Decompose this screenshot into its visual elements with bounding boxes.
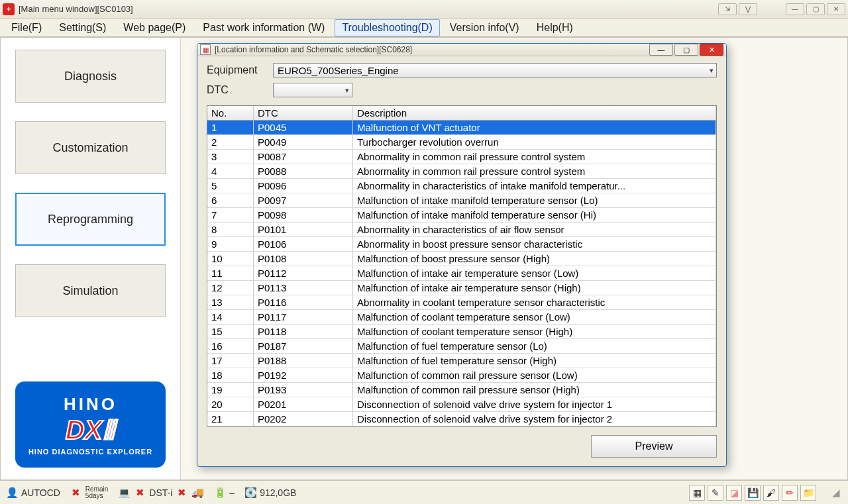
table-row[interactable]: 18P0192Malfunction of common rail pressu… [207,368,716,383]
cell-dtc: P0096 [254,179,353,193]
dst-text: DST-i [149,487,172,498]
window-titlebar: + [Main menu window][SC0103] ⇲ ⋁ — ▢ ✕ [0,0,848,19]
tool-brushes-icon[interactable]: 🖌 [763,485,779,501]
cell-desc: Turbocharger revolution overrun [353,135,716,149]
table-row[interactable]: 16P0187Malfunction of fuel temperature s… [207,339,716,354]
table-row[interactable]: 17P0188Malfunction of fuel temperature s… [207,354,716,368]
cell-desc: Abnormality in common rail pressure cont… [353,150,716,164]
cell-desc: Disconnection of solenoid valve drive sy… [353,412,716,426]
cell-desc: Malfunction of intake air temperature se… [353,281,716,295]
dialog-titlebar: ▦ [Location information and Schematic se… [197,44,726,56]
tool-eraser-icon[interactable]: ◪ [726,485,742,501]
equipment-combo[interactable]: EURO5_700Series_Engine [273,63,717,77]
cell-no: 4 [207,164,254,178]
table-row[interactable]: 11P0112Malfunction of intake air tempera… [207,266,716,281]
table-row[interactable]: 2P0049Turbocharger revolution overrun [207,135,716,150]
cell-no: 1 [207,121,254,134]
cell-no: 10 [207,252,254,266]
cell-no: 7 [207,208,254,222]
table-row[interactable]: 9P0106Abnormality in boost pressure sens… [207,237,716,252]
dialog-close-button[interactable]: ✕ [700,44,723,56]
cell-desc: Abnormality in common rail pressure cont… [353,164,716,178]
col-dtc[interactable]: DTC [254,106,353,120]
menu-helph[interactable]: Help(H) [529,19,580,36]
cell-no: 13 [207,295,254,309]
cell-dtc: P0045 [254,121,353,134]
table-row[interactable]: 10P0108Malfunction of boost pressure sen… [207,252,716,266]
cell-no: 16 [207,339,254,353]
tool-save-icon[interactable]: 💾 [745,485,761,501]
sidebar-button-simulation[interactable]: Simulation [15,264,166,317]
cell-dtc: P0202 [254,412,353,426]
tool-pencil-icon[interactable]: ✎ [708,485,723,501]
laptop-icon: 💻 [117,486,131,499]
sep: – [229,487,235,498]
app-icon: + [3,3,15,15]
table-row[interactable]: 6P0097Malfunction of intake manifold tem… [207,193,716,208]
table-row[interactable]: 1P0045Malfunction of VNT actuator [207,121,716,135]
menu-filef[interactable]: File(F) [4,19,49,36]
resize-grip-icon[interactable]: ◢ [829,486,843,499]
menu-webpagep[interactable]: Web page(P) [116,19,193,36]
tool-folder-icon[interactable]: 📁 [800,485,816,501]
cell-desc: Malfunction of fuel temperature sensor (… [353,339,716,353]
menu-settings[interactable]: Setting(S) [52,19,113,36]
sidebar-button-reprogramming[interactable]: Reprogramming [15,193,166,246]
table-row[interactable]: 14P0117Malfunction of coolant temperatur… [207,310,716,325]
tool-grid-icon[interactable]: ▦ [689,485,705,501]
cell-desc: Malfunction of intake air temperature se… [353,266,716,280]
expand-icon[interactable]: ⋁ [739,3,757,15]
dialog-maximize-button[interactable]: ▢ [674,44,698,56]
table-row[interactable]: 3P0087Abnormality in common rail pressur… [207,150,716,164]
disk-text: 912,0GB [260,487,296,498]
col-desc[interactable]: Description [353,106,716,120]
table-row[interactable]: 5P0096Abnormality in characteristics of … [207,179,716,193]
tool-edit-icon[interactable]: ✏ [782,485,798,501]
table-row[interactable]: 7P0098Malfunction of intake manifold tem… [207,208,716,223]
maximize-button[interactable]: ▢ [806,3,825,15]
cell-dtc: P0106 [254,237,353,251]
close-button[interactable]: ✕ [827,3,845,15]
table-row[interactable]: 15P0118Malfunction of coolant temperatur… [207,325,716,339]
cell-desc: Malfunction of coolant temperature senso… [353,325,716,338]
table-row[interactable]: 13P0116Abnormality in coolant temperatur… [207,295,716,310]
disk-icon: 💽 [244,486,257,499]
cell-desc: Malfunction of boost pressure sensor (Hi… [353,252,716,266]
cell-dtc: P0192 [254,368,353,382]
table-row[interactable]: 8P0101Abnormality in characteristics of … [207,223,716,237]
cell-dtc: P0112 [254,266,353,280]
grid-rows[interactable]: 1P0045Malfunction of VNT actuator2P0049T… [207,121,716,427]
col-no[interactable]: No. [207,106,254,120]
cell-no: 12 [207,281,254,295]
truck-icon: 🚚 [191,486,204,499]
x-icon: ✖ [133,486,146,499]
table-row[interactable]: 21P0202Disconnection of solenoid valve d… [207,412,716,427]
restore-down-icon[interactable]: ⇲ [718,3,737,15]
equipment-value: EURO5_700Series_Engine [278,65,399,76]
sidebar-button-diagnosis[interactable]: Diagnosis [15,50,166,103]
preview-button[interactable]: Preview [591,435,717,458]
cell-dtc: P0087 [254,150,353,164]
sidebar-button-customization[interactable]: Customization [15,121,166,174]
cell-desc: Abnormality in characteristics of intake… [353,179,716,193]
cell-no: 21 [207,412,254,426]
minimize-button[interactable]: — [786,3,804,15]
equipment-label: Equipment [207,64,273,76]
menu-pastworkinformationw[interactable]: Past work information (W) [195,19,332,36]
dtc-combo[interactable] [273,83,352,97]
table-row[interactable]: 20P0201Disconnection of solenoid valve d… [207,397,716,412]
dialog-minimize-button[interactable]: — [649,44,673,56]
cell-dtc: P0118 [254,325,353,338]
cell-no: 15 [207,325,254,338]
remain-text: Remain 5days [85,486,108,499]
table-row[interactable]: 4P0088Abnormality in common rail pressur… [207,164,716,179]
cell-desc: Disconnection of solenoid valve drive sy… [353,397,716,411]
table-row[interactable]: 12P0113Malfunction of intake air tempera… [207,281,716,295]
menu-troubleshootingd[interactable]: Troubleshooting(D) [335,19,439,36]
menu-versioninfov[interactable]: Version info(V) [443,19,527,36]
cell-no: 18 [207,368,254,382]
cell-desc: Abnormality in boost pressure sensor cha… [353,237,716,251]
table-row[interactable]: 19P0193Malfunction of common rail pressu… [207,383,716,397]
dtc-grid: No. DTC Description 1P0045Malfunction of… [207,105,717,427]
dialog-icon: ▦ [200,44,211,55]
